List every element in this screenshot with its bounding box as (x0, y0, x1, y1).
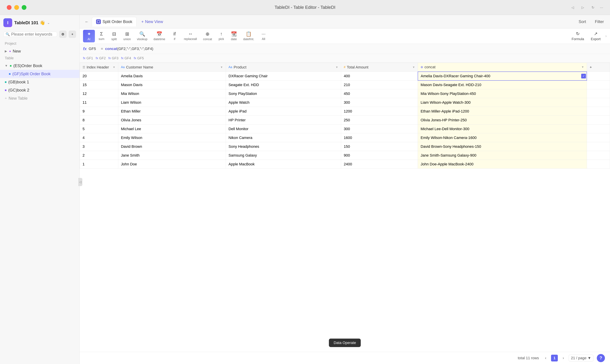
cell-index[interactable]: 2 (80, 151, 118, 160)
cell-amount[interactable]: 300 (341, 98, 418, 107)
chevron-down-icon[interactable]: ⌄ (47, 21, 50, 25)
cell-amount[interactable]: 400 (341, 72, 418, 80)
tab-split-order-book[interactable]: Split Order Book (92, 17, 137, 26)
table-row[interactable]: 5Michael LeeDell Monitor300Michael Lee-D… (80, 125, 610, 133)
cell-concat[interactable]: Amelia Davis-DXRacer Gaming Chair-400✓ (418, 72, 587, 80)
column-header-product[interactable]: Aa Product ▼ (226, 63, 341, 72)
table-row[interactable]: 3David BrownSony Headphones150David Brow… (80, 142, 610, 151)
cell-product[interactable]: Apple MacBook (226, 160, 341, 169)
table-row[interactable]: 9Ethan MillerApple iPad1200Ethan Miller-… (80, 107, 610, 116)
nav-back-button[interactable]: ◁ (569, 4, 576, 11)
cell-product[interactable]: Sony PlayStation (226, 89, 341, 98)
new-view-button[interactable]: + New View (138, 18, 166, 26)
cell-index[interactable]: 20 (80, 72, 118, 80)
export-button[interactable]: ↗ Export (589, 30, 603, 42)
sidebar-collapse-button[interactable]: ◁ (78, 178, 82, 186)
search-input[interactable] (11, 32, 55, 37)
cell-customer[interactable]: Michael Lee (118, 125, 226, 133)
sort-button[interactable]: Sort (576, 18, 589, 26)
cell-customer[interactable]: David Brown (118, 142, 226, 151)
add-column-icon[interactable]: + (590, 65, 592, 69)
cell-product[interactable]: Dell Monitor (226, 125, 341, 133)
sidebar-item-order-book[interactable]: ▼ ■ (ES)Order Book (0, 62, 79, 70)
tab-back-button[interactable]: ← (83, 18, 91, 26)
pagination-per-page-select[interactable]: 21 / page ▼ (569, 355, 593, 362)
cell-concat[interactable]: Olivia Jones-HP Printer-250 (418, 116, 587, 125)
table-row[interactable]: 15Mason DavisSeagate Ext. HDD210Mason Da… (80, 80, 610, 89)
minimize-button[interactable] (14, 5, 19, 10)
nav-forward-button[interactable]: ▷ (580, 4, 586, 11)
column-header-add[interactable]: + (587, 63, 610, 72)
search-bar[interactable]: 🔍 (3, 32, 57, 37)
ai-button[interactable]: ✦ AI (83, 30, 95, 42)
cell-index[interactable]: 9 (80, 107, 118, 116)
column-header-amount[interactable]: # Total Amount ▼ (341, 63, 418, 72)
table-row[interactable]: 20Amelia DavisDXRacer Gaming Chair400Ame… (80, 72, 610, 80)
cell-index[interactable]: 11 (80, 98, 118, 107)
pagination-next-button[interactable]: › (560, 355, 567, 362)
cell-product[interactable]: Seagate Ext. HDD (226, 80, 341, 89)
table-container[interactable]: ☰ Index Header ▼ Aa Customer Name ▼ (80, 63, 610, 352)
pagination-prev-button[interactable]: ‹ (542, 355, 549, 362)
datefmt-button[interactable]: 📋 datefmt. (240, 30, 257, 42)
cell-product[interactable]: Nikon Camera (226, 133, 341, 142)
col-dropdown-icon[interactable]: ▼ (113, 66, 115, 69)
union-button[interactable]: ⊞ union (121, 30, 133, 42)
cell-customer[interactable]: Mia Wilson (118, 89, 226, 98)
col-dropdown-icon-concat[interactable]: ▼ (581, 65, 584, 69)
sidebar-item-book2[interactable]: ■ (GC)book 2 (0, 86, 79, 94)
formula-button[interactable]: ↻ Formula (570, 30, 586, 42)
cell-index[interactable]: 3 (80, 142, 118, 151)
column-header-index[interactable]: ☰ Index Header ▼ (80, 63, 118, 72)
sum-button[interactable]: Σ sum (96, 30, 107, 42)
col-dropdown-icon-amount[interactable]: ▼ (412, 66, 415, 69)
cell-index[interactable]: 5 (80, 125, 118, 133)
cell-product[interactable]: Samsung Galaxy (226, 151, 341, 160)
cell-amount[interactable]: 900 (341, 151, 418, 160)
table-row[interactable]: 8Olivia JonesHP Printer250Olivia Jones-H… (80, 116, 610, 125)
close-button[interactable] (7, 5, 12, 10)
cell-amount[interactable]: 250 (341, 116, 418, 125)
all-button[interactable]: ··· All (258, 30, 269, 42)
split-button[interactable]: ⊟ split (108, 30, 120, 42)
cell-concat[interactable]: Emily Wilson-Nikon Camera-1600 (418, 133, 587, 142)
cell-action-button[interactable]: ✓ (581, 74, 586, 78)
cell-product[interactable]: Apple Watch (226, 98, 341, 107)
cell-concat[interactable]: Jane Smith-Samsung Galaxy-900 (418, 151, 587, 160)
cell-concat[interactable]: John Doe-Apple MacBook-2400 (418, 160, 587, 169)
help-button[interactable]: ? (597, 354, 605, 362)
pagination-current-page[interactable]: 1 (551, 355, 558, 362)
cell-customer[interactable]: Ethan Miller (118, 107, 226, 116)
table-row[interactable]: 4Emily WilsonNikon Camera1600Emily Wilso… (80, 133, 610, 142)
cell-concat[interactable]: Mia Wilson-Sony PlayStation-450 (418, 89, 587, 98)
cell-index[interactable]: 8 (80, 116, 118, 125)
maximize-button[interactable] (22, 5, 26, 10)
if-button[interactable]: if if (169, 30, 181, 42)
cell-product[interactable]: Sony Headphones (226, 142, 341, 151)
nav-reload-button[interactable]: ↻ (590, 4, 597, 11)
column-header-customer[interactable]: Aa Customer Name ▼ (118, 63, 226, 72)
column-header-concat[interactable]: ⊕ concat ▼ (418, 63, 587, 72)
cell-customer[interactable]: John Doe (118, 160, 226, 169)
vlookup-button[interactable]: 🔍 vlookup (134, 30, 150, 42)
cell-concat[interactable]: Ethan Miller-Apple iPad-1200 (418, 107, 587, 116)
cell-product[interactable]: Apple iPad (226, 107, 341, 116)
replaceall-button[interactable]: ↔ replaceall (181, 30, 200, 42)
cell-amount[interactable]: 1600 (341, 133, 418, 142)
table-row[interactable]: 2Jane SmithSamsung Galaxy900Jane Smith-S… (80, 151, 610, 160)
cell-index[interactable]: 15 (80, 80, 118, 89)
cell-index[interactable]: 4 (80, 133, 118, 142)
cell-concat[interactable]: Michael Lee-Dell Monitor-300 (418, 125, 587, 133)
cell-amount[interactable]: 2400 (341, 160, 418, 169)
date-button[interactable]: 📆 date (228, 30, 240, 42)
sidebar-item-book1[interactable]: ■ (GB)book 1 (0, 78, 79, 86)
cell-amount[interactable]: 150 (341, 142, 418, 151)
new-table-button[interactable]: + New Table (0, 94, 79, 102)
cell-customer[interactable]: Liam Wilson (118, 98, 226, 107)
cell-amount[interactable]: 210 (341, 80, 418, 89)
cell-customer[interactable]: Emily Wilson (118, 133, 226, 142)
cell-customer[interactable]: Amelia Davis (118, 72, 226, 80)
table-row[interactable]: 12Mia WilsonSony PlayStation450Mia Wilso… (80, 89, 610, 98)
cell-concat[interactable]: Mason Davis-Seagate Ext. HDD-210 (418, 80, 587, 89)
cell-concat[interactable]: David Brown-Sony Headphones-150 (418, 142, 587, 151)
